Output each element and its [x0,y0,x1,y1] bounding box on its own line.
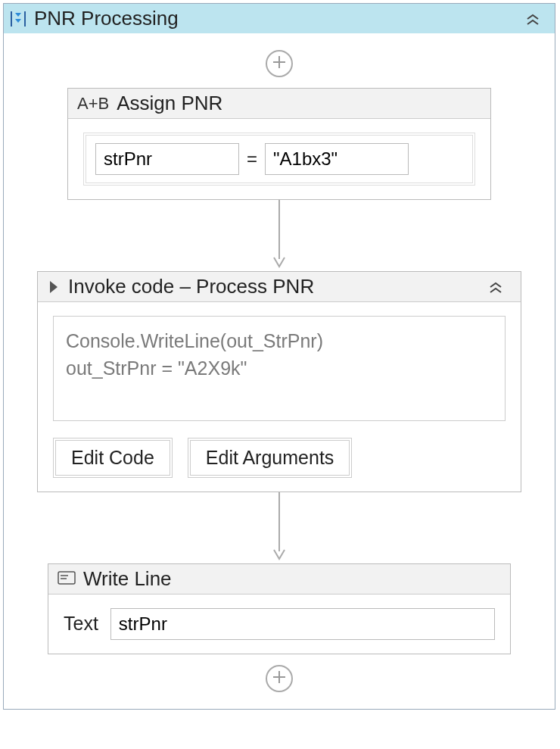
assign-header[interactable]: A+B Assign PNR [68,89,490,119]
code-preview[interactable]: Console.WriteLine(out_StrPnr) out_StrPnr… [53,316,506,421]
sequence-body: A+B Assign PNR = [4,33,555,709]
add-activity-button-top[interactable] [266,50,293,77]
svg-rect-2 [58,572,75,584]
writeline-header[interactable]: Write Line [48,564,510,595]
writeline-body: Text [48,595,510,654]
connector-arrow [268,492,291,563]
writeline-text-input[interactable] [110,608,495,640]
sequence-icon [8,9,28,29]
assign-title: Assign PNR [117,92,481,115]
writeline-text-label: Text [64,613,98,635]
assign-row: = [83,133,475,186]
assign-body: = [68,119,490,199]
writeline-icon [58,571,76,586]
sequence-title: PNR Processing [34,7,524,30]
invoke-header[interactable]: Invoke code – Process PNR [38,272,521,302]
invoke-title: Invoke code – Process PNR [68,275,487,298]
expand-icon[interactable] [47,279,61,295]
assign-icon: A+B [77,94,109,114]
writeline-title: Write Line [83,567,501,591]
invoke-code-activity[interactable]: Invoke code – Process PNR Console.WriteL… [37,271,521,492]
invoke-buttons: Edit Code Edit Arguments [53,438,506,478]
sequence-activity[interactable]: PNR Processing A+B Assign PNR = [3,3,555,710]
invoke-body: Console.WriteLine(out_StrPnr) out_StrPnr… [38,302,521,492]
sequence-header[interactable]: PNR Processing [4,4,555,33]
writeline-activity[interactable]: Write Line Text [48,563,511,654]
assign-activity[interactable]: A+B Assign PNR = [67,88,491,200]
add-activity-button-bottom[interactable] [266,665,293,692]
collapse-icon[interactable] [524,11,541,27]
collapse-icon[interactable] [487,279,504,295]
edit-code-button[interactable]: Edit Code [53,438,173,478]
equals-label: = [247,148,257,170]
writeline-row: Text [64,608,495,640]
connector-arrow [268,200,291,271]
assign-value-input[interactable] [265,143,409,175]
assign-to-input[interactable] [95,143,239,175]
edit-arguments-button[interactable]: Edit Arguments [188,438,353,478]
